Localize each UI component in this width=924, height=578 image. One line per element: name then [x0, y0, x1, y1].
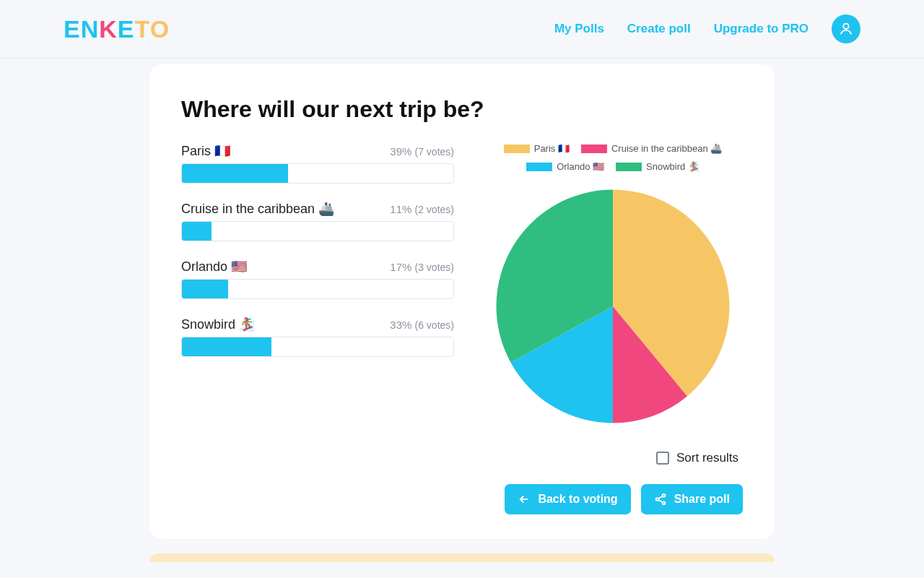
results-list: Paris 🇫🇷 39% (7 votes) Cruise in the car… — [181, 143, 454, 514]
option-stats: 17% (3 votes) — [390, 261, 454, 273]
legend-label: Cruise in the caribbean 🚢 — [611, 143, 722, 154]
poll-option: Paris 🇫🇷 39% (7 votes) — [181, 143, 454, 184]
chart-legend: Paris 🇫🇷 Cruise in the caribbean 🚢 Orlan… — [483, 143, 743, 172]
progress-fill — [182, 222, 212, 241]
progress-bar — [181, 221, 454, 241]
progress-fill — [182, 164, 288, 183]
action-buttons: Back to voting Share poll — [505, 484, 743, 514]
avatar[interactable] — [832, 14, 860, 43]
sort-results-toggle[interactable]: Sort results — [656, 451, 738, 465]
legend-swatch — [616, 163, 642, 171]
chart-panel: Paris 🇫🇷 Cruise in the caribbean 🚢 Orlan… — [483, 143, 743, 514]
button-label: Back to voting — [538, 493, 617, 506]
logo[interactable]: ENKETO — [64, 15, 170, 43]
legend-item: Snowbird 🏂 — [616, 161, 699, 172]
share-poll-button[interactable]: Share poll — [641, 484, 743, 514]
legend-swatch — [581, 144, 607, 153]
poll-results-card: Where will our next trip be? Paris 🇫🇷 39… — [149, 64, 775, 539]
progress-fill — [182, 337, 271, 356]
svg-point-1 — [662, 494, 665, 497]
main-nav: My Polls Create poll Upgrade to PRO — [554, 14, 860, 43]
progress-bar — [181, 337, 454, 357]
option-label: Orlando 🇺🇸 — [181, 259, 247, 275]
nav-my-polls[interactable]: My Polls — [554, 22, 604, 36]
progress-bar — [181, 279, 454, 299]
nav-create-poll[interactable]: Create poll — [627, 22, 691, 36]
legend-item: Paris 🇫🇷 — [504, 143, 570, 154]
promo-banner — [149, 553, 775, 562]
poll-option: Cruise in the caribbean 🚢 11% (2 votes) — [181, 201, 454, 241]
option-label: Snowbird 🏂 — [181, 316, 255, 332]
svg-point-3 — [662, 501, 665, 504]
legend-item: Orlando 🇺🇸 — [526, 161, 604, 172]
option-stats: 39% (7 votes) — [390, 145, 454, 158]
legend-swatch — [526, 163, 552, 171]
arrow-left-icon — [518, 493, 531, 506]
svg-point-2 — [655, 498, 658, 501]
button-label: Share poll — [674, 493, 730, 506]
pie-chart — [490, 184, 736, 432]
checkbox-icon — [656, 452, 669, 465]
share-icon — [654, 493, 667, 506]
back-to-voting-button[interactable]: Back to voting — [505, 484, 630, 514]
legend-item: Cruise in the caribbean 🚢 — [581, 143, 722, 154]
poll-content: Paris 🇫🇷 39% (7 votes) Cruise in the car… — [181, 143, 743, 514]
poll-option: Snowbird 🏂 33% (6 votes) — [181, 316, 454, 357]
legend-label: Orlando 🇺🇸 — [557, 161, 604, 172]
option-label: Cruise in the caribbean 🚢 — [181, 201, 334, 217]
sort-label: Sort results — [676, 451, 738, 465]
user-icon — [838, 21, 854, 37]
option-stats: 11% (2 votes) — [390, 203, 454, 215]
option-stats: 33% (6 votes) — [390, 319, 454, 331]
app-header: ENKETO My Polls Create poll Upgrade to P… — [0, 0, 924, 59]
option-label: Paris 🇫🇷 — [181, 143, 230, 159]
poll-option: Orlando 🇺🇸 17% (3 votes) — [181, 259, 454, 299]
legend-swatch — [504, 144, 530, 153]
nav-upgrade-pro[interactable]: Upgrade to PRO — [714, 22, 808, 36]
legend-label: Paris 🇫🇷 — [534, 143, 570, 154]
svg-point-0 — [843, 24, 848, 29]
progress-fill — [182, 280, 228, 298]
legend-label: Snowbird 🏂 — [646, 161, 699, 172]
progress-bar — [181, 163, 454, 184]
poll-title: Where will our next trip be? — [181, 96, 743, 123]
